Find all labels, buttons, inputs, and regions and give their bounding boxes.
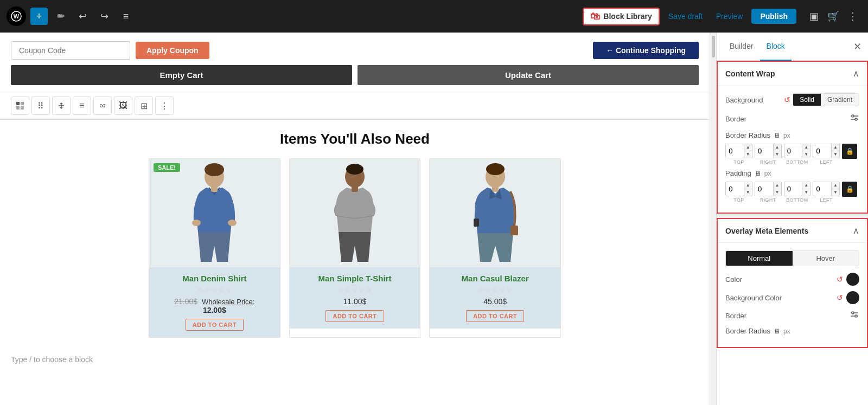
product-name-3: Man Casul Blazer <box>436 274 554 283</box>
background-row: Background ↺ Solid Gradient <box>725 93 859 106</box>
tab-builder[interactable]: Builder <box>723 33 760 61</box>
products-title: Items You'll Also Need <box>11 131 699 147</box>
padding-bottom-input[interactable] <box>784 183 802 195</box>
product-info-2: Man Simple T-Shirt ☆ ☆ ☆ ☆ ☆ 11.00$ ADD … <box>290 267 420 329</box>
padding-left-down[interactable]: ▼ <box>832 189 839 196</box>
padding-top-down[interactable]: ▼ <box>744 189 752 196</box>
star-2: ☆ <box>205 286 210 294</box>
edit-button[interactable]: ✏ <box>52 8 69 25</box>
overlay-border-settings-button[interactable] <box>850 310 859 322</box>
toolbar-drag-button[interactable]: ⠿ <box>31 97 50 115</box>
border-radius-top-label: TOP <box>733 159 744 165</box>
toolbar-link-button[interactable]: ∞ <box>93 97 112 115</box>
toolbar-more-button[interactable]: ⋮ <box>155 97 174 115</box>
bg-color-pick-button[interactable] <box>846 291 859 304</box>
overlay-meta-content: Normal Hover Color ↺ Background Color <box>718 243 867 347</box>
border-radius-bottom-input[interactable] <box>784 145 802 157</box>
preview-button[interactable]: Preview <box>712 10 748 23</box>
overlay-border-radius-monitor-button[interactable]: 🖥 <box>774 327 780 335</box>
border-radius-right-input[interactable] <box>755 145 773 157</box>
product-figure-1 <box>182 162 247 265</box>
star-4: ☆ <box>219 286 225 294</box>
border-radius-right-down[interactable]: ▼ <box>774 151 781 158</box>
border-radius-bottom-up[interactable]: ▲ <box>802 144 810 151</box>
background-label: Background <box>725 96 763 104</box>
padding-right-up[interactable]: ▲ <box>774 182 781 189</box>
padding-right-down[interactable]: ▼ <box>774 189 781 196</box>
content-wrap-header: Content Wrap ∧ <box>718 62 867 86</box>
main-layout: Apply Coupon ← Continue Shopping Empty C… <box>0 33 868 405</box>
scrollbar[interactable] <box>710 33 716 405</box>
publish-button[interactable]: Publish <box>751 9 796 24</box>
border-radius-left-input[interactable] <box>813 145 831 157</box>
cart-button[interactable]: 🛒 <box>825 8 842 25</box>
svg-rect-10 <box>211 185 218 192</box>
color-pick-button[interactable] <box>846 273 859 286</box>
save-draft-button[interactable]: Save draft <box>664 10 707 23</box>
hover-button[interactable]: Hover <box>793 251 859 266</box>
toolbar-grid-button[interactable]: ⊞ <box>135 97 153 115</box>
empty-cart-button[interactable]: Empty Cart <box>11 65 352 85</box>
color-reset-button[interactable]: ↺ <box>837 275 843 284</box>
border-radius-left-label: LEFT <box>820 159 833 165</box>
product-price-3: 45.00$ <box>436 297 554 306</box>
padding-right-box: ▲ ▼ RIGHT <box>755 182 782 203</box>
tab-block[interactable]: Block <box>760 33 792 61</box>
toolbar-image-button[interactable]: 🖼 <box>114 97 132 115</box>
content-wrap-collapse-button[interactable]: ∧ <box>853 68 859 79</box>
padding-right-input[interactable] <box>755 183 773 195</box>
bg-color-reset-button[interactable]: ↺ <box>837 293 843 302</box>
coupon-input[interactable] <box>11 41 130 60</box>
toolbar-block-type-button[interactable] <box>11 97 29 115</box>
products-grid: SALE! <box>149 158 561 338</box>
update-cart-button[interactable]: Update Cart <box>358 65 699 85</box>
overlay-meta-header: Overlay Meta Elements ∧ <box>718 219 867 243</box>
star-3: ☆ <box>212 286 218 294</box>
svg-rect-5 <box>21 106 24 110</box>
border-radius-left-down[interactable]: ▼ <box>832 151 839 158</box>
border-radius-bottom-down[interactable]: ▼ <box>802 151 810 158</box>
border-radius-monitor-button[interactable]: 🖥 <box>774 132 780 139</box>
toolbar-align-button[interactable]: ≡ <box>73 97 91 115</box>
bg-color-controls: ↺ <box>837 291 859 304</box>
border-radius-bottom-box: ▲ ▼ BOTTOM <box>784 144 811 165</box>
menu-button[interactable]: ≡ <box>117 8 135 25</box>
more-options-button[interactable]: ⋮ <box>844 8 861 25</box>
overlay-meta-collapse-button[interactable]: ∧ <box>853 226 859 236</box>
border-radius-top-up[interactable]: ▲ <box>744 144 752 151</box>
toolbar-move-button[interactable] <box>52 97 71 115</box>
overlay-border-radius-label-row: Border Radius 🖥 px <box>725 327 859 335</box>
add-to-cart-button-2[interactable]: ADD TO CART <box>326 310 384 322</box>
background-reset-button[interactable]: ↺ <box>784 95 790 104</box>
solid-button[interactable]: Solid <box>793 94 821 106</box>
continue-shopping-button[interactable]: ← Continue Shopping <box>593 42 699 59</box>
panel-close-button[interactable]: ✕ <box>853 41 861 53</box>
padding-top-input[interactable] <box>726 183 744 195</box>
svg-text:W: W <box>14 13 20 20</box>
padding-bottom-up[interactable]: ▲ <box>802 182 810 189</box>
padding-monitor-button[interactable]: 🖥 <box>755 170 761 177</box>
block-library-button[interactable]: 🛍 Block Library <box>583 8 659 25</box>
padding-lock-button[interactable]: 🔒 <box>842 182 857 197</box>
undo-button[interactable]: ↩ <box>74 8 91 25</box>
normal-button[interactable]: Normal <box>726 251 793 266</box>
border-radius-top-down[interactable]: ▼ <box>744 151 752 158</box>
padding-bottom-down[interactable]: ▼ <box>802 189 810 196</box>
product-figure-3 <box>463 162 528 265</box>
border-radius-right-up[interactable]: ▲ <box>774 144 781 151</box>
border-radius-top-input[interactable] <box>726 145 744 157</box>
padding-left-up[interactable]: ▲ <box>832 182 839 189</box>
add-block-button[interactable]: + <box>30 8 48 25</box>
redo-button[interactable]: ↪ <box>95 8 113 25</box>
svg-point-8 <box>192 220 201 226</box>
border-radius-left-up[interactable]: ▲ <box>832 144 839 151</box>
border-radius-lock-button[interactable]: 🔒 <box>842 144 857 159</box>
layout-toggle-button[interactable]: ▣ <box>805 8 822 25</box>
padding-left-input[interactable] <box>813 183 831 195</box>
apply-coupon-button[interactable]: Apply Coupon <box>136 42 209 59</box>
border-settings-button[interactable] <box>850 113 859 125</box>
add-to-cart-button-1[interactable]: ADD TO CART <box>186 319 244 331</box>
padding-top-up[interactable]: ▲ <box>744 182 752 189</box>
gradient-button[interactable]: Gradient <box>821 94 859 106</box>
add-to-cart-button-3[interactable]: ADD TO CART <box>466 310 524 322</box>
